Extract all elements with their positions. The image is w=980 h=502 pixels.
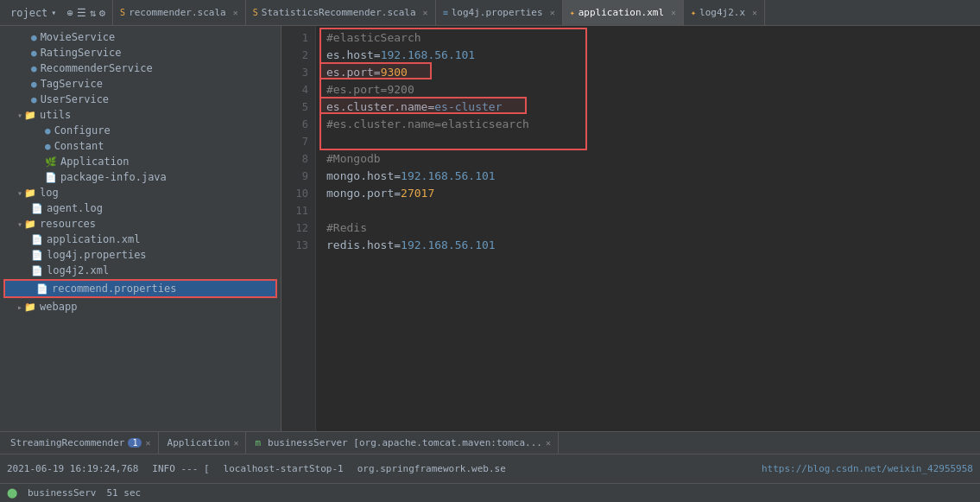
- sidebar-item-label: application.xml: [47, 233, 140, 245]
- sidebar-item-movieservice[interactable]: ● MovieService: [0, 29, 281, 45]
- toolbar-icon-3[interactable]: ⇅: [90, 7, 96, 19]
- sidebar-item-label: agent.log: [47, 202, 103, 214]
- tab-label: businessServer [org.apache.tomcat.maven:…: [268, 437, 542, 448]
- code-line-9: mongo.host=192.168.56.101: [326, 168, 970, 185]
- sidebar-item-log4jprops[interactable]: 📄 log4j.properties: [0, 247, 281, 263]
- circle-icon: ●: [31, 32, 37, 43]
- code-line-6: #es.cluster.name=elasticsearch: [326, 116, 970, 133]
- sidebar-item-label: TagService: [41, 78, 103, 90]
- timestamp: 2021-06-19 16:19:24,768: [7, 463, 138, 474]
- sidebar-item-label: Application: [60, 156, 129, 168]
- sidebar: ● MovieService ● RatingService ● Recomme…: [0, 26, 281, 431]
- sidebar-item-log4j2xml[interactable]: 📄 log4j2.xml: [0, 263, 281, 278]
- props-file-icon: 📄: [31, 250, 43, 261]
- xml-file-icon: 📄: [31, 265, 43, 276]
- expand-arrow: ▾: [17, 219, 22, 229]
- tab-log4j[interactable]: ≡ log4j.properties ✕: [436, 0, 563, 25]
- sidebar-item-packageinfo[interactable]: 📄 package-info.java: [0, 169, 281, 185]
- tab-label: Application: [168, 437, 231, 448]
- csdn-url[interactable]: https://blog.csdn.net/weixin_42955958: [762, 463, 973, 474]
- tab-close-icon[interactable]: ✕: [752, 8, 757, 17]
- toolbar-icon-2[interactable]: ☰: [77, 7, 86, 19]
- toolbar-icon-1[interactable]: ⊕: [66, 7, 73, 19]
- tab-close-icon[interactable]: ✕: [671, 8, 676, 17]
- circle-icon: ●: [31, 63, 37, 74]
- toolbar-icon-4[interactable]: ⚙: [99, 7, 105, 19]
- xml-file-icon: 📄: [31, 234, 43, 245]
- code-line-1: #elasticSearch: [326, 29, 970, 47]
- props-file-icon: 📄: [36, 283, 48, 295]
- circle-icon: ●: [45, 141, 51, 152]
- sidebar-item-userservice[interactable]: ● UserService: [0, 92, 281, 107]
- project-label[interactable]: roject ▾ ⊕ ☰ ⇅ ⚙: [3, 0, 113, 25]
- tab-bar: roject ▾ ⊕ ☰ ⇅ ⚙ S recommender.scala ✕ S…: [0, 0, 980, 26]
- sidebar-item-utils[interactable]: ▾ 📁 utils: [0, 107, 281, 123]
- sidebar-item-webapp[interactable]: ▸ 📁 webapp: [0, 299, 281, 315]
- tab-close-icon[interactable]: ✕: [233, 8, 238, 17]
- code-line-13: redis.host=192.168.56.101: [326, 237, 970, 254]
- sidebar-item-label: MovieService: [41, 31, 116, 43]
- sidebar-item-label: UserService: [41, 93, 109, 105]
- tab-close-icon[interactable]: ✕: [233, 438, 238, 448]
- code-line-10: mongo.port=27017: [326, 185, 970, 202]
- server-info: org.springframework.web.se: [357, 463, 506, 474]
- sidebar-item-label: package-info.java: [60, 171, 167, 183]
- scala-icon: S: [253, 8, 258, 17]
- tab-label: log4j2.x: [699, 7, 745, 18]
- code-line-3: es.port=9300: [326, 64, 970, 81]
- tab-close-icon[interactable]: ✕: [423, 8, 428, 17]
- sidebar-item-label: Configure: [54, 124, 111, 137]
- sidebar-item-recommendprops[interactable]: 📄 recommend.properties: [3, 279, 277, 298]
- bottom-panel: StreamingRecommender 1 ✕ Application ✕ m…: [0, 431, 980, 483]
- sidebar-item-application[interactable]: 🌿 Application: [0, 154, 281, 169]
- circle-icon: ●: [31, 94, 37, 105]
- sidebar-item-label: log4j2.xml: [47, 264, 109, 276]
- editor: 12345 678910 111213 #elasticSearch es.ho…: [281, 26, 980, 431]
- tab-log4j2[interactable]: ✦ log4j2.x ✕: [684, 0, 765, 25]
- sidebar-item-ratingservice[interactable]: ● RatingService: [0, 45, 281, 60]
- circle-icon: ●: [45, 125, 51, 137]
- server-host: localhost-startStop-1: [224, 463, 344, 474]
- sidebar-item-tagservice[interactable]: ● TagService: [0, 76, 281, 92]
- sidebar-item-constant[interactable]: ● Constant: [0, 138, 281, 154]
- sidebar-item-label: log: [40, 187, 59, 199]
- tab-appxml[interactable]: ✦ application.xml ✕: [563, 0, 684, 25]
- badge: 1: [128, 438, 142, 448]
- project-dropdown-icon[interactable]: ▾: [51, 8, 56, 17]
- code-editor[interactable]: #elasticSearch es.host=192.168.56.101 es…: [316, 26, 980, 431]
- sidebar-item-configure[interactable]: ● Configure: [0, 123, 281, 138]
- xml-icon: ✦: [570, 8, 575, 17]
- code-line-5: es.cluster.name=es-cluster: [326, 98, 970, 116]
- tab-statistics[interactable]: S StatisticsRecommender.scala ✕: [246, 0, 436, 25]
- sidebar-item-label: RecommenderService: [41, 62, 153, 74]
- scala-icon: S: [120, 8, 125, 17]
- main-area: ● MovieService ● RatingService ● Recomme…: [0, 26, 980, 431]
- tab-close-icon[interactable]: ✕: [546, 438, 551, 448]
- bottom-tab-streaming[interactable]: StreamingRecommender 1 ✕: [3, 432, 159, 454]
- tab-recommender[interactable]: S recommender.scala ✕: [113, 0, 246, 25]
- tab-label: log4j.properties: [452, 7, 543, 18]
- status-process: businessServ: [28, 487, 96, 499]
- bottom-tab-application[interactable]: Application ✕: [161, 432, 247, 454]
- bottom-tab-businessserver[interactable]: m businessServer [org.apache.tomcat.mave…: [248, 432, 559, 454]
- sidebar-item-label: utils: [40, 109, 71, 121]
- code-line-4: #es.port=9200: [326, 81, 970, 98]
- sidebar-item-appxml[interactable]: 📄 application.xml: [0, 232, 281, 247]
- tab-close-icon[interactable]: ✕: [550, 8, 555, 17]
- tab-label: application.xml: [579, 7, 664, 18]
- status-indicator: ⬤: [7, 487, 17, 499]
- log-file-icon: 📄: [31, 203, 43, 214]
- tab-label: StatisticsRecommender.scala: [262, 7, 416, 18]
- bottom-content: 2021-06-19 16:19:24,768 INFO --- [ local…: [0, 454, 980, 483]
- sidebar-item-agentlog[interactable]: 📄 agent.log: [0, 200, 281, 216]
- status-bar: ⬤ businessServ 51 sec: [0, 483, 980, 502]
- project-text: roject: [10, 7, 47, 19]
- folder-icon: 📁: [24, 219, 36, 230]
- sidebar-item-resources[interactable]: ▾ 📁 resources: [0, 216, 281, 232]
- tab-close-icon[interactable]: ✕: [145, 438, 150, 448]
- maven-icon: m: [255, 437, 261, 448]
- sidebar-item-log[interactable]: ▾ 📁 log: [0, 185, 281, 200]
- sidebar-item-recommenderservice[interactable]: ● RecommenderService: [0, 60, 281, 76]
- sidebar-item-label: Constant: [54, 140, 104, 152]
- folder-icon: 📁: [24, 302, 36, 313]
